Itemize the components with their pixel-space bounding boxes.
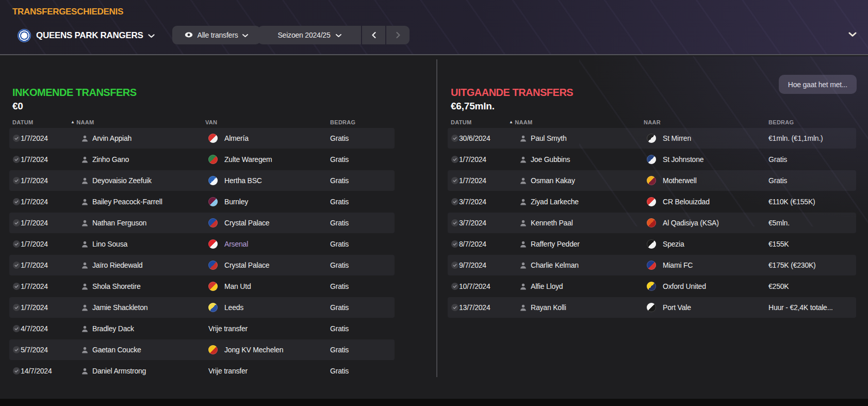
column-header-fee[interactable]: BEDRAG xyxy=(768,119,794,125)
column-header-to[interactable]: NAAR xyxy=(644,119,661,125)
how-is-it-going-button[interactable]: Hoe gaat het met... xyxy=(779,75,857,94)
transfer-type-filter-dropdown[interactable]: Alle transfers xyxy=(172,26,260,44)
transfer-row[interactable]: 1/7/2024 Arvin Appiah Almería Gratis xyxy=(9,128,395,149)
club-name-link[interactable]: Vrije transfer xyxy=(208,318,248,339)
club-crest-icon xyxy=(647,303,656,312)
transfer-row[interactable]: 14/7/2024 Daniel Armstrong Vrije transfe… xyxy=(9,361,395,381)
player-name-link[interactable]: Nathan Ferguson xyxy=(92,213,146,233)
club-name-link[interactable]: Spezia xyxy=(663,234,684,254)
club-name-link[interactable]: Port Vale xyxy=(663,297,691,318)
transfer-completed-check-icon xyxy=(13,346,20,353)
player-name-link[interactable]: Rafferty Pedder xyxy=(531,234,580,254)
player-name-link[interactable]: Bailey Peacock-Farrell xyxy=(92,191,162,212)
transfer-row[interactable]: 8/7/2024 Rafferty Pedder Spezia €155K xyxy=(448,234,856,254)
club-name-link[interactable]: Motherwell xyxy=(663,170,697,191)
transfer-row[interactable]: 1/7/2024 Deyovaisio Zeefuik Hertha BSC G… xyxy=(9,170,395,191)
player-name-link[interactable]: Rayan Kolli xyxy=(531,297,566,318)
column-header-name[interactable]: ▲NAAM xyxy=(71,119,94,125)
transfer-row[interactable]: 3/7/2024 Ziyad Larkeche CR Belouizdad €1… xyxy=(448,191,856,212)
club-cell: Arsenal xyxy=(208,234,248,254)
club-selector-dropdown[interactable]: QUEENS PARK RANGERS xyxy=(18,26,155,45)
transfer-row[interactable]: 1/7/2024 Zinho Gano Zulte Waregem Gratis xyxy=(9,149,395,170)
club-name-link[interactable]: Crystal Palace xyxy=(224,213,269,233)
player-icon xyxy=(520,262,527,269)
player-name-link[interactable]: Osman Kakay xyxy=(531,170,575,191)
player-name-link[interactable]: Charlie Kelman xyxy=(531,255,579,275)
player-icon xyxy=(81,368,88,375)
player-name-link[interactable]: Bradley Dack xyxy=(92,318,134,339)
transfer-date: 10/7/2024 xyxy=(459,276,490,297)
player-name-link[interactable]: Kenneth Paal xyxy=(531,213,573,233)
player-name-link[interactable]: Lino Sousa xyxy=(92,234,127,254)
player-name-link[interactable]: Jaïro Riedewald xyxy=(92,255,142,275)
player-name-link[interactable]: Paul Smyth xyxy=(531,128,567,149)
player-name-link[interactable]: Daniel Armstrong xyxy=(92,361,146,381)
club-name-link[interactable]: Man Utd xyxy=(224,276,251,297)
column-header-date[interactable]: DATUM xyxy=(12,119,33,125)
transfer-row[interactable]: 1/7/2024 Lino Sousa Arsenal Gratis xyxy=(9,234,395,254)
player-name-link[interactable]: Joe Gubbins xyxy=(531,149,570,170)
club-name-link[interactable]: Arsenal xyxy=(224,234,248,254)
club-name-link[interactable]: Jong KV Mechelen xyxy=(224,339,283,360)
transfer-completed-check-icon xyxy=(13,325,20,332)
transfer-date: 1/7/2024 xyxy=(459,149,486,170)
player-name-link[interactable]: Gaetan Coucke xyxy=(92,339,141,360)
club-name-link[interactable]: Crystal Palace xyxy=(224,255,269,275)
transfer-completed-check-icon xyxy=(13,367,20,375)
transfer-completed-check-icon xyxy=(451,283,458,290)
club-name-link[interactable]: St Mirren xyxy=(663,128,691,149)
previous-season-button[interactable] xyxy=(362,26,385,44)
season-dropdown[interactable]: Seizoen 2024/25 xyxy=(258,26,361,44)
column-header-date[interactable]: DATUM xyxy=(451,119,471,125)
transfer-row[interactable]: 5/7/2024 Gaetan Coucke Jong KV Mechelen … xyxy=(9,339,395,360)
transfer-completed-check-icon xyxy=(451,177,458,184)
player-name-link[interactable]: Arvin Appiah xyxy=(92,128,132,149)
player-name-link[interactable]: Deyovaisio Zeefuik xyxy=(92,170,152,191)
collapse-panel-chevron-icon[interactable] xyxy=(848,30,857,39)
club-name-link[interactable]: Miami FC xyxy=(663,255,693,275)
transfer-row[interactable]: 10/7/2024 Alfie Lloyd Oxford United €250… xyxy=(448,276,856,297)
player-name-link[interactable]: Ziyad Larkeche xyxy=(531,191,579,212)
transfer-row[interactable]: 4/7/2024 Bradley Dack Vrije transfer Gra… xyxy=(9,318,395,339)
player-name-link[interactable]: Jamie Shackleton xyxy=(92,297,148,318)
player-name-link[interactable]: Zinho Gano xyxy=(92,149,129,170)
transfer-row[interactable]: 1/7/2024 Joe Gubbins St Johnstone Gratis xyxy=(448,149,856,170)
transfer-row[interactable]: 3/7/2024 Kenneth Paal Al Qadisiya (KSA) … xyxy=(448,213,856,233)
transfer-row[interactable]: 1/7/2024 Shola Shoretire Man Utd Gratis xyxy=(9,276,395,297)
player-icon xyxy=(81,156,88,163)
transfer-fee: €250K xyxy=(768,276,789,297)
club-name-link[interactable]: Al Qadisiya (KSA) xyxy=(663,213,719,233)
incoming-transfers-total: €0 xyxy=(12,101,23,112)
transfer-row[interactable]: 13/7/2024 Rayan Kolli Port Vale Huur - €… xyxy=(448,297,856,318)
club-name-link[interactable]: Zulte Waregem xyxy=(224,149,272,170)
transfer-row[interactable]: 1/7/2024 Jamie Shackleton Leeds Gratis xyxy=(9,297,395,318)
chevron-left-icon xyxy=(372,31,376,40)
transfer-completed-check-icon xyxy=(13,262,20,269)
club-name-link[interactable]: Burnley xyxy=(224,191,248,212)
transfer-row[interactable]: 1/7/2024 Jaïro Riedewald Crystal Palace … xyxy=(9,255,395,275)
club-name-link[interactable]: St Johnstone xyxy=(663,149,703,170)
club-name-link[interactable]: Vrije transfer xyxy=(208,361,248,381)
club-name-link[interactable]: CR Belouizdad xyxy=(663,191,710,212)
transfer-row[interactable]: 30/6/2024 Paul Smyth St Mirren €1mln. (€… xyxy=(448,128,856,149)
club-name-link[interactable]: Leeds xyxy=(224,297,243,318)
column-header-from[interactable]: VAN xyxy=(205,119,217,125)
club-name-link[interactable]: Hertha BSC xyxy=(224,170,262,191)
club-cell: Vrije transfer xyxy=(208,361,248,381)
transfer-row[interactable]: 1/7/2024 Osman Kakay Motherwell Gratis xyxy=(448,170,856,191)
transfer-row[interactable]: 9/7/2024 Charlie Kelman Miami FC €175K (… xyxy=(448,255,856,275)
next-season-button[interactable] xyxy=(386,26,410,44)
column-header-name[interactable]: ▲NAAM xyxy=(509,119,532,125)
transfer-fee: €110K (€155K) xyxy=(768,191,815,212)
player-icon xyxy=(81,347,88,353)
player-name-link[interactable]: Alfie Lloyd xyxy=(531,276,563,297)
transfer-row[interactable]: 1/7/2024 Bailey Peacock-Farrell Burnley … xyxy=(9,191,395,212)
column-header-fee[interactable]: BEDRAG xyxy=(330,119,355,125)
club-name-link[interactable]: Oxford United xyxy=(663,276,706,297)
club-cell: CR Belouizdad xyxy=(647,191,710,212)
club-name-link[interactable]: Almería xyxy=(224,128,249,149)
transfer-row[interactable]: 1/7/2024 Nathan Ferguson Crystal Palace … xyxy=(9,213,395,233)
player-name-link[interactable]: Shola Shoretire xyxy=(92,276,141,297)
transfer-completed-check-icon xyxy=(13,219,20,226)
chevron-down-icon xyxy=(242,31,248,39)
